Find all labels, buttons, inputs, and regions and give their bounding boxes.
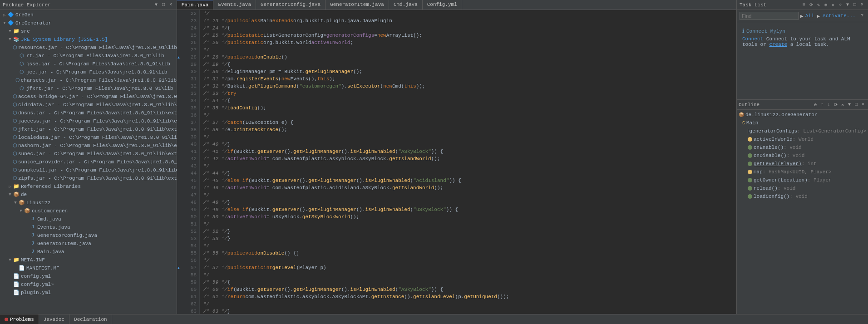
code-line-56: */ — [200, 257, 736, 264]
outline-item-reload[interactable]: reload() : void — [737, 184, 868, 192]
tree-item-de[interactable]: ▼ 📦 de — [0, 191, 177, 199]
tab-generatorconfig-java[interactable]: GeneratorConfig.java — [256, 0, 326, 10]
search-all-link[interactable]: All — [805, 13, 814, 19]
tree-item-plugin-yml[interactable]: 📄 plugin.yml — [0, 289, 177, 297]
package-icon: 📦 — [18, 200, 25, 206]
tree-item-jaccess-jar[interactable]: ⬡ jaccess.jar - C:\Program Files\Java\jr… — [0, 117, 177, 125]
outline-item-get-owner[interactable]: getOwner(Location) : Player — [737, 176, 868, 184]
task-search-input[interactable] — [740, 12, 799, 20]
outline-item-map[interactable]: map : HashMap<UUID, Player> — [737, 168, 868, 176]
tree-item-cmd-java[interactable]: J Cmd.java — [0, 215, 177, 223]
tab-javadoc[interactable]: Javadoc — [39, 314, 69, 324]
tree-item-jce-jar[interactable]: ⬡ jce.jar - C:\Program Files\Java\jre1.8… — [0, 68, 177, 76]
outline-icon2[interactable]: ↑ — [819, 102, 825, 108]
outline-item-get-level[interactable]: getLevel(Player) : int — [737, 160, 868, 168]
tree-item-ref-libs[interactable]: ▷ 📁 Referenced Libraries — [0, 182, 177, 191]
tree-item-customoregen[interactable]: ▼ 📦 customoregen — [0, 207, 177, 215]
task-icon1[interactable]: ≡ — [801, 2, 807, 8]
outline-icon7[interactable]: □ — [853, 102, 859, 108]
tree-item-metainf[interactable]: ▼ 📁 META-INF — [0, 256, 177, 264]
line-number-48: 48 — [177, 199, 199, 206]
outline-item-active-in-world[interactable]: activeInWorld : World — [737, 135, 868, 143]
mylyn-create-link[interactable]: create — [769, 42, 787, 47]
task-icon5[interactable]: ✕ — [830, 2, 836, 8]
tree-item-rt-jar[interactable]: ⬡ rt.jar - C:\Program Files\Java\jre1.8.… — [0, 52, 177, 60]
tree-item-access-bridge-jar[interactable]: ⬡ access-bridge-64.jar - C:\Program File… — [0, 93, 177, 101]
task-icon4[interactable]: ⊕ — [823, 2, 829, 8]
task-icon3[interactable]: ✎ — [815, 2, 822, 8]
tree-label: jfxrt.jar - C:\Program Files\Java\jre1.8… — [26, 86, 173, 91]
line-numbers: 222324252627▲282930313233343536373839404… — [177, 10, 200, 314]
tree-item-zipfs-jar[interactable]: ⬡ zipfs.jar - C:\Program Files\Java\jre1… — [0, 174, 177, 182]
tree-item-events-java[interactable]: J Events.java — [0, 223, 177, 231]
tree-item-main-java[interactable]: J Main.java — [0, 248, 177, 256]
line-number-38: 38 — [177, 126, 199, 133]
tree-item-manifest[interactable]: 📄 MANIFEST.MF — [0, 264, 177, 272]
outline-item-package[interactable]: 📦 de.linus122.OreGenerator — [737, 111, 868, 119]
tree-item-config-yml[interactable]: 📄 config.yml — [0, 272, 177, 280]
task-icon2[interactable]: ⟳ — [808, 2, 814, 8]
task-icon8[interactable]: □ — [852, 2, 858, 8]
tree-item-localedata-jar[interactable]: ⬡ localedata.jar - C:\Program Files\Java… — [0, 133, 177, 142]
tree-item-sunjce-jar[interactable]: ⬡ sunjce_provider.jar - C:\Program Files… — [0, 158, 177, 166]
tree-item-jre[interactable]: ▼ 📚 JRE System Library [J2SE-1.5] — [0, 35, 177, 44]
tree-item-resources-jar[interactable]: ⬡ resources.jar - C:\Program Files\Java\… — [0, 44, 177, 52]
task-icon7[interactable]: ▼ — [844, 2, 851, 8]
tree-item-linus122[interactable]: ▼ 📦 Linus122 — [0, 199, 177, 207]
tree-item-nashorn-jar[interactable]: ⬡ nashorn.jar - C:\Program Files\Java\jr… — [0, 142, 177, 150]
minimize-icon[interactable]: ▼ — [153, 2, 159, 8]
tree-item-jsse-jar[interactable]: ⬡ jsse.jar - C:\Program Files\Java\jre1.… — [0, 60, 177, 68]
activate-link[interactable]: Activate... — [823, 13, 856, 19]
mylyn-connect-link[interactable]: Connect — [742, 36, 763, 42]
tree-item-charsets-jar[interactable]: ⬡ charsets.jar - C:\Program Files\Java\j… — [0, 76, 177, 84]
outline-icon5[interactable]: ✕ — [839, 102, 846, 108]
tab-events-java[interactable]: Events.java — [213, 0, 256, 10]
code-line-40: /* 40 */ } — [200, 141, 736, 148]
tree-label: access-bridge-64.jar - C:\Program Files\… — [18, 94, 177, 99]
tree-item-generatoritem-java[interactable]: J GeneratorItem.java — [0, 240, 177, 248]
outline-item-label: map — [754, 169, 763, 175]
outline-icon6[interactable]: ▼ — [846, 102, 853, 108]
tree-item-generatorconfig-java[interactable]: J GeneratorConfig.java — [0, 231, 177, 240]
outline-item-on-enable[interactable]: onEnable() : void — [737, 143, 868, 152]
tree-item-jfxrt2-jar[interactable]: ⬡ jfxrt.jar - C:\Program Files\Java\jre1… — [0, 125, 177, 133]
yaml-icon: 📄 — [13, 273, 20, 280]
code-line-29: /* 29 */ { — [200, 61, 736, 68]
tree-item-oregenerator[interactable]: ▼ 🔷 OreGenerator — [0, 19, 177, 27]
task-icon9[interactable]: × — [859, 2, 865, 8]
outline-item-on-disable[interactable]: onDisable() : void — [737, 152, 868, 160]
line-number-60: 60 — [177, 286, 199, 293]
package-explorer-tree: ▷ 🔷 OreGen ▼ 🔷 OreGenerator ▼ 📁 src ▼ 📚 … — [0, 10, 177, 314]
tab-config-yml[interactable]: Config.yml — [423, 0, 462, 10]
tab-generatoritem-java[interactable]: GeneratorItem.java — [326, 0, 389, 10]
task-icon6[interactable]: ⟐ — [837, 2, 843, 8]
line-number-36: 36 — [177, 112, 199, 119]
outline-item-generator-configs[interactable]: generatorConfigs : List<GeneratorConfig> — [737, 127, 868, 135]
tree-item-cldrdata-jar[interactable]: ⬡ cldrdata.jar - C:\Program Files\Java\j… — [0, 101, 177, 109]
tree-item-dnsns-jar[interactable]: ⬡ dnsns.jar - C:\Program Files\Java\jre1… — [0, 109, 177, 117]
tab-problems[interactable]: Problems — [0, 314, 39, 324]
line-number-34: 34 — [177, 97, 199, 104]
outline-icon1[interactable]: ⊕ — [812, 102, 819, 108]
tab-declaration[interactable]: Declaration — [69, 314, 112, 324]
outline-icon3[interactable]: ↓ — [826, 102, 832, 108]
tree-item-config-yml-tilde[interactable]: 📄 config.yml~ — [0, 280, 177, 289]
tree-item-sunpkcs-jar[interactable]: ⬡ sunpkcs11.jar - C:\Program Files\Java\… — [0, 166, 177, 174]
tab-main-java[interactable]: Main.java — [177, 0, 213, 10]
code-editor[interactable]: *//* 23 */ public class Main extends org… — [200, 10, 736, 314]
tree-item-jfxrt-jar[interactable]: ⬡ jfxrt.jar - C:\Program Files\Java\jre1… — [0, 84, 177, 93]
line-number-47: 47 — [177, 191, 199, 199]
help-icon[interactable]: ? — [859, 13, 865, 19]
tree-item-sunec-jar[interactable]: ⬡ sunec.jar - C:\Program Files\Java\jre1… — [0, 150, 177, 158]
tree-label: JRE System Library [J2SE-1.5] — [21, 37, 108, 42]
tab-cmd-java[interactable]: Cmd.java — [389, 0, 423, 10]
outline-item-load-config[interactable]: loadConfig() : void — [737, 192, 868, 201]
close-icon[interactable]: × — [168, 2, 174, 8]
outline-item-class-main[interactable]: C Main — [737, 119, 868, 127]
outline-item-label: onDisable() — [754, 153, 787, 158]
outline-icon8[interactable]: × — [860, 102, 866, 108]
maximize-icon[interactable]: □ — [160, 2, 167, 8]
outline-icon4[interactable]: ⟳ — [833, 102, 839, 108]
tree-item-src[interactable]: ▼ 📁 src — [0, 27, 177, 35]
tree-item-oregen[interactable]: ▷ 🔷 OreGen — [0, 11, 177, 19]
